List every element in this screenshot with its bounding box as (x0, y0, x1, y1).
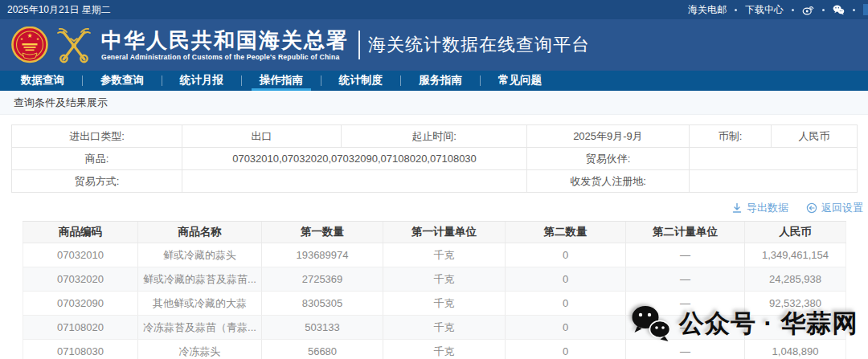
cell-rmb: 24,285,938 (745, 267, 846, 292)
cell-qty1: 503133 (262, 316, 383, 340)
header-divider (358, 31, 360, 59)
nav-item-operation-guide[interactable]: 操作指南 (248, 71, 314, 91)
cell-rmb (745, 316, 846, 340)
nav-item-param-query[interactable]: 参数查询 (89, 71, 155, 91)
site-header: ★ ★ ★ 中华人民共和国海关总署 General Administration… (0, 19, 868, 71)
nav-separator (400, 75, 401, 86)
cell-qty1: 8305305 (262, 292, 383, 316)
cell-rmb: 1,349,461,154 (745, 243, 846, 267)
cell-rmb: 1,048,890 (745, 340, 846, 359)
result-table-panel: 商品编码 商品名称 第一数量 第一计量单位 第二数量 第二计量单位 人民币 07… (23, 221, 845, 359)
cell-code: 07108030 (23, 340, 138, 359)
nav-item-monthly-report[interactable]: 统计月报 (169, 71, 235, 91)
cell-qty2: 0 (506, 316, 626, 340)
top-utility-bar: 2025年10月21日 星期二 海关电邮 下载中心 (0, 0, 868, 19)
cell-unit1: 千克 (383, 267, 506, 292)
main-nav: 数据查询 参数查询 统计月报 操作指南 统计制度 服务指南 常见问题 (0, 71, 868, 91)
dot-separator (822, 9, 825, 11)
export-data-button[interactable]: 导出数据 (731, 201, 788, 215)
currency-label: 币制: (690, 125, 772, 148)
trade-partner-label: 贸易伙伴: (527, 148, 690, 170)
header-commodity-name: 商品名称 (138, 222, 262, 243)
clipped-toolbar-icon[interactable] (863, 4, 868, 15)
cell-unit2: — (626, 340, 745, 359)
cell-unit1: 千克 (383, 316, 506, 340)
cell-code: 07032020 (23, 267, 138, 292)
table-row: 07032010 鲜或冷藏的蒜头 193689974 千克 0 — 1,349,… (23, 243, 846, 267)
registration-place-label: 收发货人注册地: (527, 170, 690, 193)
back-to-settings-button[interactable]: 返回设置 (806, 201, 863, 215)
table-row: 07032090 其他鲜或冷藏的大蒜 8305305 千克 0 — 92,532… (23, 292, 846, 316)
date-range-label: 起止时间: (342, 125, 527, 148)
cell-unit1: 千克 (383, 292, 506, 316)
cell-name: 鲜或冷藏的蒜苔及蒜苗... (138, 267, 262, 292)
customs-email-link[interactable]: 海关电邮 (688, 3, 727, 17)
result-table: 商品编码 商品名称 第一数量 第一计量单位 第二数量 第二计量单位 人民币 07… (23, 221, 846, 359)
customs-stats-page: 2025年10月21日 星期二 海关电邮 下载中心 ★ ★ ★ (0, 0, 868, 359)
trade-partner-value (690, 148, 858, 170)
svg-text:★: ★ (27, 32, 32, 39)
cell-name: 其他鲜或冷藏的大蒜 (138, 292, 262, 316)
table-row: 07108020 冷冻蒜苔及蒜苗（青蒜... 503133 千克 0 — (23, 316, 846, 340)
nav-separator (321, 75, 321, 86)
cell-name: 冷冻蒜头 (138, 340, 262, 359)
weibo-icon[interactable] (802, 4, 814, 16)
nav-separator (162, 75, 162, 86)
cell-code: 07032010 (23, 243, 138, 267)
query-conditions-panel: 进出口类型: 出口 起止时间: 2025年9月-9月 币制: 人民币 商品: 0… (11, 124, 857, 193)
header-commodity-code: 商品编码 (23, 222, 138, 243)
cell-unit2: — (626, 243, 745, 267)
nav-separator (82, 75, 83, 86)
header-rmb: 人民币 (745, 222, 846, 243)
table-row: 07032020 鲜或冷藏的蒜苔及蒜苗... 2725369 千克 0 — 24… (23, 267, 846, 292)
import-export-type-label: 进出口类型: (12, 125, 182, 148)
nav-item-statistics-system[interactable]: 统计制度 (328, 71, 394, 91)
cell-unit1: 千克 (383, 243, 506, 267)
header-second-unit: 第二计量单位 (626, 222, 745, 243)
date-range-value: 2025年9月-9月 (527, 125, 690, 148)
header-second-quantity: 第二数量 (506, 222, 626, 243)
dot-separator (853, 9, 855, 11)
current-date: 2025年10月21日 星期二 (7, 3, 111, 17)
cell-unit1: 千克 (383, 340, 506, 359)
nav-separator (480, 75, 481, 86)
commodity-label: 商品: (12, 148, 182, 170)
cell-unit2: — (626, 292, 745, 316)
nav-item-data-query[interactable]: 数据查询 (10, 71, 76, 91)
trade-mode-value (182, 170, 527, 193)
breadcrumb: 查询条件及结果展示 (0, 91, 868, 115)
wechat-icon[interactable] (833, 4, 845, 16)
cell-qty2: 0 (506, 340, 626, 359)
back-to-settings-label: 返回设置 (821, 201, 863, 215)
nav-item-faq[interactable]: 常见问题 (487, 71, 553, 91)
cell-code: 07032090 (23, 292, 138, 316)
header-first-unit: 第一计量单位 (383, 222, 506, 243)
trade-mode-label: 贸易方式: (12, 170, 182, 193)
dot-separator (792, 9, 794, 11)
result-actions: 导出数据 返回设置 (0, 201, 863, 215)
cell-unit2: — (626, 316, 745, 340)
currency-value: 人民币 (772, 125, 858, 148)
nav-separator (241, 75, 242, 86)
export-data-label: 导出数据 (747, 201, 788, 215)
download-center-link[interactable]: 下载中心 (745, 3, 784, 17)
cell-rmb: 92,532,380 (745, 292, 846, 316)
cell-name: 冷冻蒜苔及蒜苗（青蒜... (138, 316, 262, 340)
back-arrow-icon (806, 202, 817, 214)
svg-text:★: ★ (20, 37, 23, 41)
cell-name: 鲜或冷藏的蒜头 (138, 243, 262, 267)
cell-qty2: 0 (506, 292, 626, 316)
table-header-row: 商品编码 商品名称 第一数量 第一计量单位 第二数量 第二计量单位 人民币 (23, 222, 846, 243)
import-export-type-value: 出口 (182, 125, 342, 148)
cell-qty2: 0 (506, 243, 626, 267)
cell-code: 07108020 (23, 316, 138, 340)
dot-separator (735, 9, 737, 11)
cell-qty2: 0 (506, 267, 626, 292)
commodity-value: 07032010,07032020,07032090,07108020,0710… (182, 148, 527, 170)
cell-qty1: 56680 (262, 340, 383, 359)
header-first-quantity: 第一数量 (262, 222, 383, 243)
table-row: 07108030 冷冻蒜头 56680 千克 0 — 1,048,890 (23, 340, 846, 359)
nav-item-service-guide[interactable]: 服务指南 (407, 71, 473, 91)
org-title-cn: 中华人民共和国海关总署 (101, 29, 349, 51)
cell-qty1: 2725369 (262, 267, 383, 292)
